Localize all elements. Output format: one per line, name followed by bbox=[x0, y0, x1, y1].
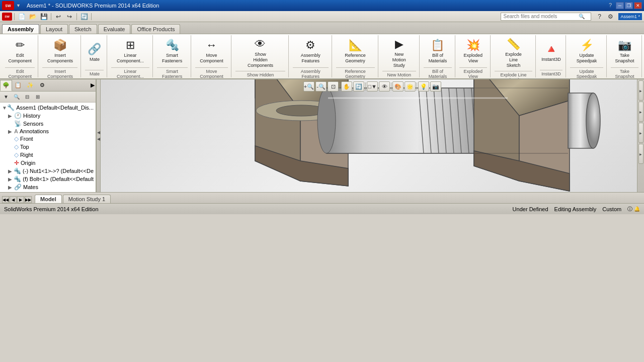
mate-label: Mate bbox=[90, 57, 100, 62]
camera-btn[interactable]: 📷 bbox=[430, 81, 441, 92]
ribbon-group-i3d-items: 🔺 Instant3D bbox=[539, 36, 564, 69]
collapse-tree-btn[interactable]: ⊟ bbox=[22, 93, 32, 102]
new-motion-study-icon: ▶ bbox=[395, 38, 404, 51]
lighting-btn[interactable]: 💡 bbox=[418, 81, 429, 92]
view-orientation-btn[interactable]: □▼ bbox=[367, 81, 378, 92]
tab-model[interactable]: Model bbox=[35, 195, 62, 203]
edit-component-button[interactable]: ✏ EditComponent bbox=[6, 36, 34, 66]
zoom-out-btn[interactable]: -🔍 bbox=[315, 81, 327, 92]
smart-fasteners-button[interactable]: 🔩 SmartFasteners bbox=[159, 36, 185, 66]
explode-line-sketch-button[interactable]: 📏 ExplodeLineSketch bbox=[503, 36, 524, 70]
panel-tab-tree[interactable]: 🌳 bbox=[0, 80, 12, 91]
panel-tab-settings[interactable]: ⚙ bbox=[36, 80, 48, 91]
expand-icon: ▼ bbox=[2, 105, 7, 111]
tab-sketch[interactable]: Sketch bbox=[69, 24, 97, 34]
take-snapshot-button[interactable]: 📷 TakeSnapshot bbox=[613, 36, 637, 66]
right-panel-btn-4[interactable]: ▶ bbox=[638, 144, 643, 164]
panel-expand-btn[interactable]: ▶ bbox=[90, 81, 96, 89]
explode-line-label: ExplodeLineSketch bbox=[505, 52, 522, 68]
tree-item-annotations[interactable]: ▶ A Annotations bbox=[1, 128, 95, 135]
assembly-3d-view bbox=[101, 79, 644, 192]
update-speedpak-button[interactable]: ⚡ UpdateSpeedpak bbox=[574, 36, 600, 66]
close-button[interactable]: ✕ bbox=[634, 2, 642, 9]
viewport[interactable]: +🔍 -🔍 ⊡ ✋ 🔄 □▼ 👁 🎨 🌟 💡 📷 bbox=[101, 79, 644, 192]
tree-item-front[interactable]: ◇ Front bbox=[1, 135, 95, 143]
options-button[interactable]: ⚙ bbox=[605, 12, 615, 21]
assembly-features-button[interactable]: ⚙ AssemblyFeatures bbox=[298, 36, 323, 66]
nut-expand-icon: ▶ bbox=[8, 168, 14, 174]
panel-tab-props[interactable]: 📋 bbox=[12, 80, 24, 91]
pan-btn[interactable]: ✋ bbox=[341, 81, 352, 92]
zoom-fit-btn[interactable]: ⊡ bbox=[328, 81, 339, 92]
bill-of-materials-button[interactable]: 📋 Bill ofMaterials bbox=[426, 36, 450, 66]
new-button[interactable]: 📄 bbox=[17, 12, 27, 21]
insert-components-button[interactable]: 📦 InsertComponents bbox=[45, 36, 75, 66]
linear-component-button[interactable]: ⊞ LinearComponent... bbox=[114, 36, 146, 66]
rotate-btn[interactable]: 🔄 bbox=[353, 81, 364, 92]
ribbon-group-sp-items: ⚡ UpdateSpeedpak bbox=[574, 36, 600, 66]
tree-item-sensors[interactable]: 📡 Sensors bbox=[1, 120, 95, 128]
search-tree-btn[interactable]: 🔍 bbox=[12, 93, 22, 102]
titlebar-menu-icon[interactable]: ▼ bbox=[16, 3, 21, 8]
tab-office-products[interactable]: Office Products bbox=[131, 24, 180, 34]
tree-item-history[interactable]: ▶ 🕐 History bbox=[1, 112, 95, 120]
search-icon[interactable]: 🔍 bbox=[579, 14, 585, 19]
panel-tab-config[interactable]: ✨ bbox=[24, 80, 36, 91]
display-style-btn[interactable]: 🎨 bbox=[392, 81, 404, 92]
instant3d-button[interactable]: 🔺 Instant3D bbox=[539, 38, 564, 68]
zoom-in-btn[interactable]: +🔍 bbox=[303, 81, 314, 92]
sensors-icon: 📡 bbox=[14, 120, 22, 127]
redo-button[interactable]: ↪ bbox=[64, 12, 74, 21]
search-input[interactable] bbox=[503, 14, 579, 19]
save-button[interactable]: 💾 bbox=[39, 12, 49, 21]
tree-item-nut[interactable]: ▶ 🔩 (-) Nut1<1>->? (Default<<De bbox=[1, 167, 95, 175]
reference-geometry-button[interactable]: 📐 ReferenceGeometry bbox=[342, 36, 368, 66]
scroll-prev-btn[interactable]: ◀ bbox=[10, 196, 17, 203]
filter-btn[interactable]: ▼ bbox=[1, 93, 11, 102]
ribbon-group-mate: 🔗 Mate Mate bbox=[82, 35, 107, 77]
new-motion-study-button[interactable]: ▶ NewMotionStudy bbox=[389, 36, 409, 70]
show-hidden-button[interactable]: 👁 ShowHiddenComponents bbox=[245, 36, 276, 70]
tab-evaluate[interactable]: Evaluate bbox=[98, 24, 131, 34]
nut-icon: 🔩 bbox=[14, 167, 21, 174]
front-plane-icon: ◇ bbox=[14, 135, 19, 142]
tree-item-mates[interactable]: ▶ 🔗 Mates bbox=[1, 183, 95, 191]
panel-tabs: 🌳 📋 ✨ ⚙ ▶ bbox=[0, 79, 96, 92]
ribbon-group-bom-items: 📋 Bill ofMaterials bbox=[426, 36, 450, 66]
scene-btn[interactable]: 🌟 bbox=[405, 81, 416, 92]
restore-button[interactable]: ❐ bbox=[625, 2, 633, 9]
mate-button[interactable]: 🔗 Mate bbox=[85, 38, 105, 68]
tree-item-right[interactable]: ◇ Right bbox=[1, 151, 95, 159]
scroll-last-btn[interactable]: ▶▶ bbox=[25, 196, 32, 203]
tree-item-top[interactable]: ◇ Top bbox=[1, 143, 95, 151]
hidden-group-label: Show Hidden Components bbox=[235, 71, 285, 79]
help-button[interactable]: ? bbox=[594, 12, 604, 21]
reference-geometry-label: ReferenceGeometry bbox=[345, 53, 366, 64]
hide-show-btn[interactable]: 👁 bbox=[379, 81, 390, 92]
rebuild-button[interactable]: 🔄 bbox=[79, 12, 89, 21]
open-button[interactable]: 📂 bbox=[28, 12, 38, 21]
tree-item-bolt[interactable]: ▶ 🔩 (f) Bolt<1> (Default<<Default bbox=[1, 175, 95, 183]
right-panel-btn-2[interactable]: ▶ bbox=[638, 102, 643, 122]
assembly-features-icon: ⚙ bbox=[305, 39, 315, 52]
scroll-next-btn[interactable]: ▶ bbox=[17, 196, 24, 203]
titlebar: SW ▼ Assem1 * - SOLIDWORKS Premium 2014 … bbox=[0, 0, 644, 11]
tab-motion-study-1[interactable]: Motion Study 1 bbox=[63, 195, 111, 203]
insert-components-label: InsertComponents bbox=[47, 53, 73, 64]
scroll-first-btn[interactable]: ◀◀ bbox=[2, 196, 9, 203]
tree-item-origin[interactable]: ✛ Origin bbox=[1, 159, 95, 167]
reference-geometry-icon: 📐 bbox=[349, 39, 362, 52]
bom-group-label: Bill of Materials bbox=[424, 67, 452, 79]
expand-tree-btn[interactable]: ⊞ bbox=[33, 93, 43, 102]
tab-assembly[interactable]: Assembly bbox=[2, 24, 39, 34]
tree-item-assem1[interactable]: ▼ 🔧 Assem1 (Default<Default_Dis... bbox=[1, 104, 95, 112]
main-content: 🌳 📋 ✨ ⚙ ▶ ▼ 🔍 ⊟ ⊞ ▼ 🔧 Assem1 (Default<De… bbox=[0, 79, 644, 192]
minimize-button[interactable]: ─ bbox=[616, 2, 624, 9]
tab-layout[interactable]: Layout bbox=[40, 24, 68, 34]
right-panel-btn-3[interactable]: ▶ bbox=[638, 123, 643, 143]
panel-collapse-handle[interactable]: ◀ ◀ bbox=[97, 79, 101, 192]
exploded-view-button[interactable]: 💥 ExplodedView bbox=[461, 36, 486, 66]
move-component-button[interactable]: ↔ MoveComponent bbox=[197, 36, 226, 66]
undo-button[interactable]: ↩ bbox=[53, 12, 63, 21]
help-icon[interactable]: ? bbox=[609, 2, 612, 9]
